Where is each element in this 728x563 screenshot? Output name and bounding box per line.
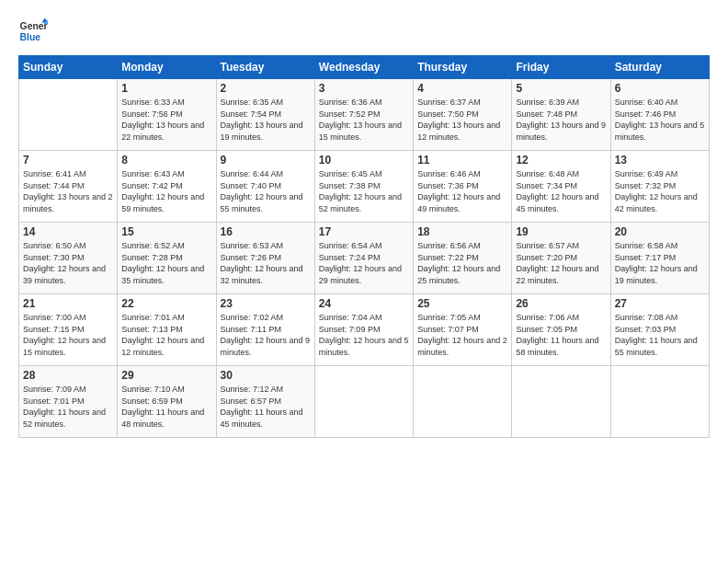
calendar-cell: 11Sunrise: 6:46 AMSunset: 7:36 PMDayligh…: [414, 151, 512, 223]
calendar-cell: [19, 79, 118, 151]
calendar-cell: 18Sunrise: 6:56 AMSunset: 7:22 PMDayligh…: [414, 223, 512, 294]
cell-info: Sunrise: 6:33 AMSunset: 7:56 PMDaylight:…: [121, 97, 211, 143]
cell-info: Sunrise: 7:10 AMSunset: 6:59 PMDaylight:…: [121, 384, 211, 430]
calendar-cell: 7Sunrise: 6:41 AMSunset: 7:44 PMDaylight…: [19, 151, 118, 223]
calendar-cell: [512, 366, 610, 438]
calendar-cell: 17Sunrise: 6:54 AMSunset: 7:24 PMDayligh…: [314, 223, 413, 294]
day-number: 11: [417, 154, 507, 167]
day-number: 14: [23, 225, 113, 238]
day-number: 18: [417, 225, 507, 238]
cell-info: Sunrise: 6:36 AMSunset: 7:52 PMDaylight:…: [319, 97, 409, 143]
cell-info: Sunrise: 6:58 AMSunset: 7:17 PMDaylight:…: [615, 240, 705, 286]
calendar-cell: 20Sunrise: 6:58 AMSunset: 7:17 PMDayligh…: [610, 223, 709, 294]
calendar-cell: 9Sunrise: 6:44 AMSunset: 7:40 PMDaylight…: [216, 151, 314, 223]
day-number: 15: [121, 225, 211, 238]
calendar-cell: 2Sunrise: 6:35 AMSunset: 7:54 PMDaylight…: [216, 79, 314, 151]
weekday-header-wednesday: Wednesday: [314, 56, 413, 79]
calendar-cell: 6Sunrise: 6:40 AMSunset: 7:46 PMDaylight…: [610, 79, 709, 151]
calendar-cell: [610, 366, 709, 438]
day-number: 19: [516, 225, 606, 238]
calendar-cell: 22Sunrise: 7:01 AMSunset: 7:13 PMDayligh…: [118, 294, 216, 366]
day-number: 30: [221, 369, 311, 382]
calendar-cell: 26Sunrise: 7:06 AMSunset: 7:05 PMDayligh…: [512, 294, 610, 366]
weekday-header-sunday: Sunday: [19, 56, 118, 79]
day-number: 1: [121, 82, 211, 95]
day-number: 20: [615, 225, 705, 238]
calendar-cell: 29Sunrise: 7:10 AMSunset: 6:59 PMDayligh…: [118, 366, 216, 438]
svg-text:Blue: Blue: [20, 32, 41, 42]
cell-info: Sunrise: 6:41 AMSunset: 7:44 PMDaylight:…: [23, 168, 113, 214]
calendar-table: SundayMondayTuesdayWednesdayThursdayFrid…: [18, 55, 710, 438]
cell-info: Sunrise: 6:35 AMSunset: 7:54 PMDaylight:…: [221, 97, 311, 143]
cell-info: Sunrise: 6:56 AMSunset: 7:22 PMDaylight:…: [417, 240, 507, 286]
day-number: 27: [615, 297, 705, 310]
cell-info: Sunrise: 7:06 AMSunset: 7:05 PMDaylight:…: [516, 312, 606, 358]
cell-info: Sunrise: 6:46 AMSunset: 7:36 PMDaylight:…: [417, 168, 507, 214]
calendar-cell: 15Sunrise: 6:52 AMSunset: 7:28 PMDayligh…: [118, 223, 216, 294]
cell-info: Sunrise: 6:37 AMSunset: 7:50 PMDaylight:…: [417, 97, 507, 143]
day-number: 21: [23, 297, 113, 310]
cell-info: Sunrise: 6:45 AMSunset: 7:38 PMDaylight:…: [319, 168, 409, 214]
page: General Blue SundayMondayTuesdayWednesda…: [0, 0, 728, 563]
calendar-cell: 13Sunrise: 6:49 AMSunset: 7:32 PMDayligh…: [610, 151, 709, 223]
day-number: 17: [319, 225, 409, 238]
cell-info: Sunrise: 6:39 AMSunset: 7:48 PMDaylight:…: [516, 97, 606, 143]
cell-info: Sunrise: 7:08 AMSunset: 7:03 PMDaylight:…: [615, 312, 705, 358]
day-number: 25: [417, 297, 507, 310]
calendar-cell: 30Sunrise: 7:12 AMSunset: 6:57 PMDayligh…: [216, 366, 314, 438]
cell-info: Sunrise: 7:09 AMSunset: 7:01 PMDaylight:…: [23, 384, 113, 430]
calendar-week-1: 1Sunrise: 6:33 AMSunset: 7:56 PMDaylight…: [19, 79, 710, 151]
calendar-cell: 14Sunrise: 6:50 AMSunset: 7:30 PMDayligh…: [19, 223, 118, 294]
weekday-header-row: SundayMondayTuesdayWednesdayThursdayFrid…: [19, 56, 710, 79]
cell-info: Sunrise: 6:43 AMSunset: 7:42 PMDaylight:…: [121, 168, 211, 214]
day-number: 24: [319, 297, 409, 310]
cell-info: Sunrise: 6:53 AMSunset: 7:26 PMDaylight:…: [221, 240, 311, 286]
cell-info: Sunrise: 6:40 AMSunset: 7:46 PMDaylight:…: [615, 97, 705, 143]
cell-info: Sunrise: 6:54 AMSunset: 7:24 PMDaylight:…: [319, 240, 409, 286]
day-number: 2: [221, 82, 311, 95]
cell-info: Sunrise: 7:04 AMSunset: 7:09 PMDaylight:…: [319, 312, 409, 358]
calendar-cell: 1Sunrise: 6:33 AMSunset: 7:56 PMDaylight…: [118, 79, 216, 151]
calendar-cell: 27Sunrise: 7:08 AMSunset: 7:03 PMDayligh…: [610, 294, 709, 366]
calendar-cell: [314, 366, 413, 438]
calendar-cell: [414, 366, 512, 438]
weekday-header-monday: Monday: [118, 56, 216, 79]
day-number: 13: [615, 154, 705, 167]
calendar-cell: 16Sunrise: 6:53 AMSunset: 7:26 PMDayligh…: [216, 223, 314, 294]
cell-info: Sunrise: 7:12 AMSunset: 6:57 PMDaylight:…: [221, 384, 311, 430]
weekday-header-tuesday: Tuesday: [216, 56, 314, 79]
cell-info: Sunrise: 6:57 AMSunset: 7:20 PMDaylight:…: [516, 240, 606, 286]
calendar-week-3: 14Sunrise: 6:50 AMSunset: 7:30 PMDayligh…: [19, 223, 710, 294]
header: General Blue: [18, 17, 710, 46]
cell-info: Sunrise: 6:49 AMSunset: 7:32 PMDaylight:…: [615, 168, 705, 214]
cell-info: Sunrise: 6:48 AMSunset: 7:34 PMDaylight:…: [516, 168, 606, 214]
calendar-cell: 21Sunrise: 7:00 AMSunset: 7:15 PMDayligh…: [19, 294, 118, 366]
calendar-cell: 10Sunrise: 6:45 AMSunset: 7:38 PMDayligh…: [314, 151, 413, 223]
day-number: 28: [23, 369, 113, 382]
calendar-cell: 8Sunrise: 6:43 AMSunset: 7:42 PMDaylight…: [118, 151, 216, 223]
day-number: 9: [221, 154, 311, 167]
cell-info: Sunrise: 6:44 AMSunset: 7:40 PMDaylight:…: [221, 168, 311, 214]
logo-icon: General Blue: [18, 17, 48, 46]
weekday-header-friday: Friday: [512, 56, 610, 79]
calendar-cell: 19Sunrise: 6:57 AMSunset: 7:20 PMDayligh…: [512, 223, 610, 294]
calendar-cell: 12Sunrise: 6:48 AMSunset: 7:34 PMDayligh…: [512, 151, 610, 223]
day-number: 12: [516, 154, 606, 167]
cell-info: Sunrise: 6:52 AMSunset: 7:28 PMDaylight:…: [121, 240, 211, 286]
day-number: 4: [417, 82, 507, 95]
calendar-cell: 4Sunrise: 6:37 AMSunset: 7:50 PMDaylight…: [414, 79, 512, 151]
cell-info: Sunrise: 7:01 AMSunset: 7:13 PMDaylight:…: [121, 312, 211, 358]
calendar-week-5: 28Sunrise: 7:09 AMSunset: 7:01 PMDayligh…: [19, 366, 710, 438]
calendar-cell: 25Sunrise: 7:05 AMSunset: 7:07 PMDayligh…: [414, 294, 512, 366]
cell-info: Sunrise: 6:50 AMSunset: 7:30 PMDaylight:…: [23, 240, 113, 286]
svg-text:General: General: [20, 21, 48, 31]
day-number: 16: [221, 225, 311, 238]
day-number: 22: [121, 297, 211, 310]
day-number: 3: [319, 82, 409, 95]
day-number: 10: [319, 154, 409, 167]
calendar-cell: 5Sunrise: 6:39 AMSunset: 7:48 PMDaylight…: [512, 79, 610, 151]
day-number: 29: [121, 369, 211, 382]
day-number: 8: [121, 154, 211, 167]
calendar-cell: 3Sunrise: 6:36 AMSunset: 7:52 PMDaylight…: [314, 79, 413, 151]
day-number: 7: [23, 154, 113, 167]
